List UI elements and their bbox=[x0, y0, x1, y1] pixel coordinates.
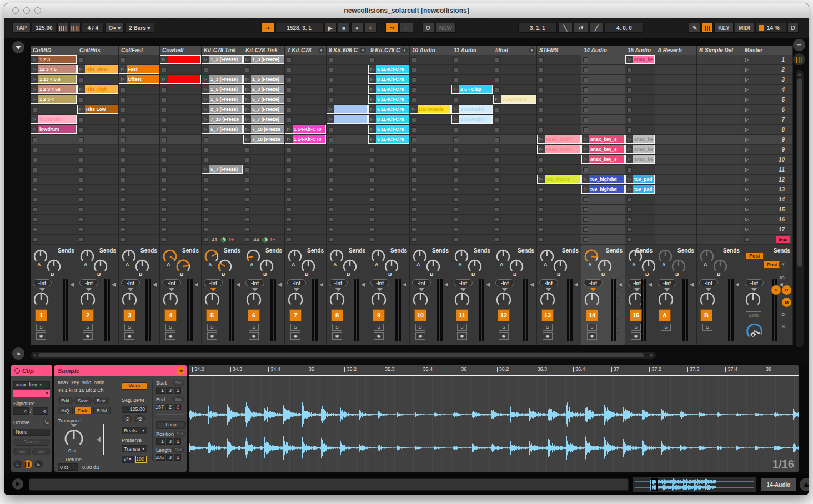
volume-fader-handle[interactable] bbox=[617, 281, 622, 288]
clip-slot-empty[interactable] bbox=[625, 165, 655, 174]
clip-slot-empty[interactable] bbox=[493, 165, 536, 174]
track-activator-button[interactable]: 14 bbox=[586, 309, 598, 321]
clip-stop-icon[interactable] bbox=[370, 157, 375, 162]
clip-slot-filled[interactable]: ▷3 3-Drum R bbox=[493, 95, 536, 104]
clip-stop-icon[interactable] bbox=[411, 227, 416, 232]
clip-slot-empty[interactable] bbox=[119, 195, 159, 204]
clip-launch-icon[interactable]: ▷ bbox=[625, 55, 633, 64]
clip-slot-empty[interactable] bbox=[625, 95, 655, 104]
return-slot[interactable] bbox=[697, 75, 742, 84]
clip-launch-icon[interactable]: ▷ bbox=[243, 55, 251, 64]
track-header-collhits[interactable]: CollHits bbox=[77, 46, 119, 55]
clip-stop-icon[interactable] bbox=[583, 77, 588, 82]
pan-knob[interactable] bbox=[204, 291, 220, 310]
clip-stop-icon[interactable] bbox=[495, 167, 500, 172]
clip-slot-empty[interactable] bbox=[160, 95, 201, 104]
clip-slot-empty[interactable] bbox=[327, 165, 368, 174]
track-activator-button[interactable]: 7 bbox=[289, 309, 302, 321]
track-header-collfast[interactable]: CollFast bbox=[119, 46, 160, 55]
clip-slot-filled[interactable]: ▷ bbox=[327, 115, 368, 124]
gain-slider-handle[interactable] bbox=[97, 437, 101, 442]
clip-slot-empty[interactable] bbox=[327, 65, 368, 74]
clip-stop-icon[interactable] bbox=[627, 217, 632, 222]
clip-slot-empty[interactable] bbox=[493, 135, 536, 144]
pan-knob[interactable] bbox=[245, 291, 262, 310]
clip-slot-filled[interactable]: ▷anax_drum bbox=[537, 145, 581, 154]
clip-stop-icon[interactable] bbox=[79, 237, 84, 242]
clip-slot-empty[interactable] bbox=[410, 125, 451, 134]
pan-knob[interactable] bbox=[539, 291, 556, 310]
clip-stop-icon[interactable] bbox=[583, 227, 588, 232]
clip-slot-empty[interactable] bbox=[119, 155, 159, 164]
clip-slot-empty[interactable] bbox=[451, 215, 493, 224]
clip-slot-empty[interactable] bbox=[327, 225, 368, 234]
track-status-field[interactable] bbox=[160, 235, 201, 244]
track-activator-button[interactable]: 15 bbox=[630, 309, 642, 321]
clip-slot-empty[interactable] bbox=[625, 195, 655, 204]
clip-stop-icon[interactable] bbox=[539, 57, 544, 62]
clip-launch-icon[interactable]: ▷ bbox=[581, 135, 589, 144]
clip-activator-icon[interactable] bbox=[14, 368, 20, 374]
clip-slot-empty[interactable] bbox=[31, 165, 77, 174]
clip-slot-empty[interactable] bbox=[285, 205, 326, 214]
clip-launch-icon[interactable]: ▷ bbox=[537, 175, 545, 184]
clip-slot-filled[interactable]: ▷6 11-Kit-C78 bbox=[368, 135, 409, 144]
clip-stop-icon[interactable] bbox=[162, 187, 167, 192]
play-button[interactable]: ▶ bbox=[324, 23, 337, 33]
clip-stop-icon[interactable] bbox=[495, 217, 500, 222]
clip-stop-icon[interactable] bbox=[583, 217, 588, 222]
clip-slot-empty[interactable] bbox=[410, 175, 451, 184]
volume-value-field[interactable]: -Inf bbox=[412, 279, 431, 286]
track-header-b-simple-del[interactable]: B Simple Del bbox=[697, 46, 742, 55]
clip-slot-empty[interactable] bbox=[368, 155, 409, 164]
clip-stop-icon[interactable] bbox=[203, 187, 208, 192]
io-section-toggle[interactable]: IO bbox=[777, 273, 787, 283]
clip-stop-icon[interactable] bbox=[162, 167, 167, 172]
clip-slot-empty[interactable] bbox=[493, 155, 536, 164]
prev-clip-button[interactable]: << bbox=[13, 448, 31, 455]
clip-slot-empty[interactable] bbox=[160, 135, 201, 144]
clip-stop-icon[interactable] bbox=[539, 97, 544, 102]
return-slot[interactable] bbox=[655, 65, 696, 74]
clip-slot-empty[interactable] bbox=[410, 205, 451, 214]
clip-slot-filled[interactable]: ▷anax_ke bbox=[625, 145, 655, 154]
scene-8[interactable]: ▷8 bbox=[742, 125, 792, 134]
clip-slot-empty[interactable] bbox=[493, 115, 536, 124]
clip-stop-icon[interactable] bbox=[162, 127, 167, 132]
clip-stop-icon[interactable] bbox=[162, 87, 167, 92]
clip-stop-icon[interactable] bbox=[32, 147, 37, 152]
clip-stop-icon[interactable] bbox=[162, 177, 167, 182]
track-status-field[interactable] bbox=[537, 235, 581, 244]
clip-slot-filled[interactable]: ▷1_3 (Freeze) bbox=[202, 75, 243, 84]
clip-slot-empty[interactable] bbox=[537, 85, 581, 94]
clip-slot-empty[interactable] bbox=[493, 55, 536, 64]
volume-value-field[interactable]: -Inf bbox=[370, 279, 389, 286]
clip-stop-icon[interactable] bbox=[453, 127, 458, 132]
clip-stop-icon[interactable] bbox=[539, 157, 544, 162]
clip-slot-filled[interactable]: ▷2_3 (Freeze) bbox=[243, 85, 284, 94]
clip-slot-empty[interactable] bbox=[160, 155, 201, 164]
clip-launch-icon[interactable]: ▷ bbox=[77, 85, 85, 94]
clip-slot-empty[interactable] bbox=[202, 145, 243, 154]
clip-slot-empty[interactable] bbox=[243, 215, 284, 224]
scene-9[interactable]: ▷9 bbox=[742, 145, 792, 154]
show-hide-detail-icon[interactable] bbox=[800, 478, 809, 491]
collapse-arrow-icon[interactable] bbox=[12, 41, 24, 53]
clip-slot-empty[interactable] bbox=[243, 205, 284, 214]
clip-stop-icon[interactable] bbox=[328, 77, 333, 82]
track-status-field[interactable] bbox=[410, 235, 451, 244]
clip-stop-icon[interactable] bbox=[583, 127, 588, 132]
track-header-8-kit-606-c[interactable]: 8 Kit-606 C▼ bbox=[327, 46, 368, 55]
clip-slot-empty[interactable] bbox=[368, 165, 409, 174]
clip-slot-empty[interactable] bbox=[451, 225, 493, 234]
return-slot[interactable] bbox=[655, 165, 696, 174]
clip-slot-empty[interactable] bbox=[537, 105, 581, 114]
volume-fader-handle[interactable] bbox=[111, 281, 116, 288]
session-record-button[interactable]: O bbox=[422, 23, 434, 33]
track-status-field[interactable]: ▶☰ bbox=[742, 235, 792, 244]
clip-slot-filled[interactable]: ▷6 11-Kit-C78 bbox=[368, 105, 409, 114]
clip-stop-icon[interactable] bbox=[121, 177, 126, 182]
pan-knob[interactable] bbox=[121, 291, 138, 310]
clip-slot-empty[interactable] bbox=[285, 185, 326, 194]
clip-slot-filled[interactable]: ▷Hits Low bbox=[77, 105, 118, 114]
